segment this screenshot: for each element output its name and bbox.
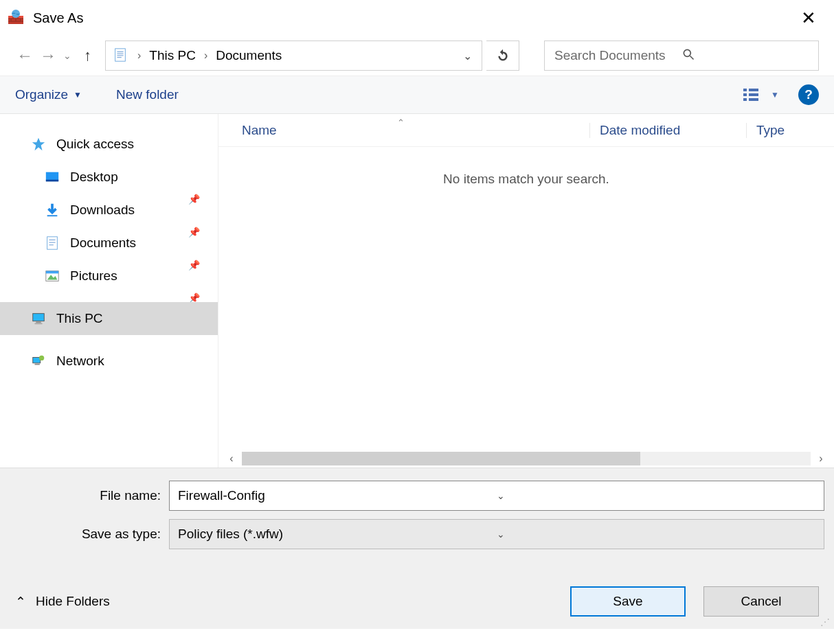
address-bar[interactable]: › This PC › Documents ⌄ bbox=[105, 41, 482, 71]
svg-rect-36 bbox=[35, 323, 43, 324]
svg-rect-32 bbox=[46, 271, 58, 274]
save-type-select[interactable]: Policy files (*.wfw) ⌄ bbox=[169, 519, 824, 549]
sidebar-network[interactable]: Network bbox=[0, 345, 218, 378]
network-icon bbox=[30, 353, 47, 369]
search-icon bbox=[681, 47, 809, 65]
svg-rect-22 bbox=[749, 98, 758, 101]
svg-marker-23 bbox=[32, 138, 45, 150]
svg-rect-17 bbox=[743, 89, 747, 91]
chevron-right-icon: › bbox=[204, 49, 207, 62]
svg-rect-24 bbox=[46, 172, 58, 181]
breadcrumb-this-pc[interactable]: This PC bbox=[149, 48, 196, 63]
sidebar-quick-access[interactable]: Quick access bbox=[0, 128, 218, 161]
nav-sidebar: Quick access Desktop 📌 Downloads 📌 Docum… bbox=[0, 114, 218, 468]
svg-point-38 bbox=[39, 356, 44, 360]
window-title: Save As bbox=[33, 10, 83, 26]
empty-message: No items match your search. bbox=[218, 172, 834, 187]
view-options-button[interactable]: ▼ bbox=[743, 87, 779, 102]
refresh-button[interactable] bbox=[486, 41, 519, 71]
svg-rect-18 bbox=[749, 89, 758, 91]
new-folder-button[interactable]: New folder bbox=[116, 87, 179, 102]
svg-rect-39 bbox=[35, 364, 40, 365]
svg-rect-35 bbox=[36, 322, 41, 323]
file-list-area: Name ⌃ Date modified Type No items match… bbox=[218, 114, 834, 468]
title-bar: Save As ✕ bbox=[0, 0, 834, 36]
column-date[interactable]: Date modified bbox=[589, 123, 746, 138]
dropdown-icon: ▼ bbox=[771, 90, 779, 100]
hide-folders-button[interactable]: ⌃ Hide Folders bbox=[15, 594, 110, 610]
pictures-icon bbox=[44, 268, 60, 284]
sidebar-desktop[interactable]: Desktop bbox=[0, 161, 218, 194]
svg-rect-25 bbox=[46, 180, 58, 182]
svg-point-15 bbox=[684, 49, 690, 56]
sidebar-documents[interactable]: Documents bbox=[0, 227, 218, 260]
file-name-label: File name: bbox=[10, 488, 169, 503]
svg-rect-10 bbox=[115, 49, 126, 61]
documents-icon bbox=[44, 235, 60, 251]
help-button[interactable]: ? bbox=[798, 84, 819, 105]
chevron-down-icon[interactable]: ⌄ bbox=[497, 529, 815, 540]
star-icon bbox=[30, 136, 47, 152]
sidebar-pictures[interactable]: Pictures bbox=[0, 260, 218, 292]
sidebar-this-pc[interactable]: This PC bbox=[0, 302, 218, 335]
svg-rect-26 bbox=[47, 215, 58, 216]
footer-panel: File name: Firewall-Config ⌄ Save as typ… bbox=[0, 468, 834, 629]
scroll-right-icon[interactable]: › bbox=[813, 452, 829, 465]
breadcrumb-documents[interactable]: Documents bbox=[216, 48, 282, 63]
history-dropdown[interactable]: ⌄ bbox=[63, 50, 71, 61]
firewall-icon bbox=[7, 9, 25, 27]
column-type[interactable]: Type bbox=[746, 123, 834, 138]
up-button[interactable]: ↑ bbox=[84, 47, 91, 65]
organize-button[interactable]: Organize ▼ bbox=[15, 87, 82, 102]
file-name-input[interactable]: Firewall-Config ⌄ bbox=[169, 481, 824, 511]
download-icon bbox=[44, 202, 60, 218]
svg-rect-20 bbox=[749, 93, 758, 96]
dropdown-icon: ▼ bbox=[74, 90, 82, 100]
svg-line-16 bbox=[690, 56, 694, 59]
back-button[interactable]: ← bbox=[15, 46, 34, 65]
svg-rect-34 bbox=[33, 314, 45, 321]
close-button[interactable]: ✕ bbox=[794, 3, 823, 33]
sort-indicator-icon: ⌃ bbox=[397, 117, 405, 128]
sidebar-downloads[interactable]: Downloads bbox=[0, 194, 218, 227]
column-headers: Name ⌃ Date modified Type bbox=[218, 114, 834, 147]
main-area: Quick access Desktop 📌 Downloads 📌 Docum… bbox=[0, 114, 834, 468]
nav-row: ← → ⌄ ↑ › This PC › Documents ⌄ Search D… bbox=[0, 36, 834, 76]
toolbar: Organize ▼ New folder ▼ ? bbox=[0, 76, 834, 114]
scroll-left-icon[interactable]: ‹ bbox=[224, 452, 239, 465]
chevron-down-icon[interactable]: ⌄ bbox=[497, 490, 815, 501]
search-input[interactable]: Search Documents bbox=[544, 41, 819, 71]
chevron-right-icon: › bbox=[137, 49, 141, 62]
svg-rect-19 bbox=[743, 93, 747, 96]
save-button[interactable]: Save bbox=[570, 586, 686, 617]
desktop-icon bbox=[44, 169, 60, 185]
resize-grip-icon[interactable]: ⋰ bbox=[820, 617, 831, 628]
forward-button[interactable]: → bbox=[38, 46, 58, 65]
column-name[interactable]: Name ⌃ bbox=[218, 123, 589, 138]
horizontal-scrollbar[interactable]: ‹ › bbox=[218, 450, 834, 468]
chevron-up-icon: ⌃ bbox=[15, 594, 26, 610]
search-placeholder: Search Documents bbox=[554, 48, 681, 63]
scroll-thumb[interactable] bbox=[242, 452, 640, 465]
svg-rect-21 bbox=[743, 98, 747, 101]
scroll-track[interactable] bbox=[242, 452, 811, 465]
svg-rect-27 bbox=[47, 237, 58, 249]
address-dropdown[interactable]: ⌄ bbox=[458, 49, 477, 62]
computer-icon bbox=[30, 310, 47, 327]
cancel-button[interactable]: Cancel bbox=[703, 586, 819, 617]
document-icon bbox=[113, 47, 129, 64]
save-type-label: Save as type: bbox=[10, 527, 169, 542]
